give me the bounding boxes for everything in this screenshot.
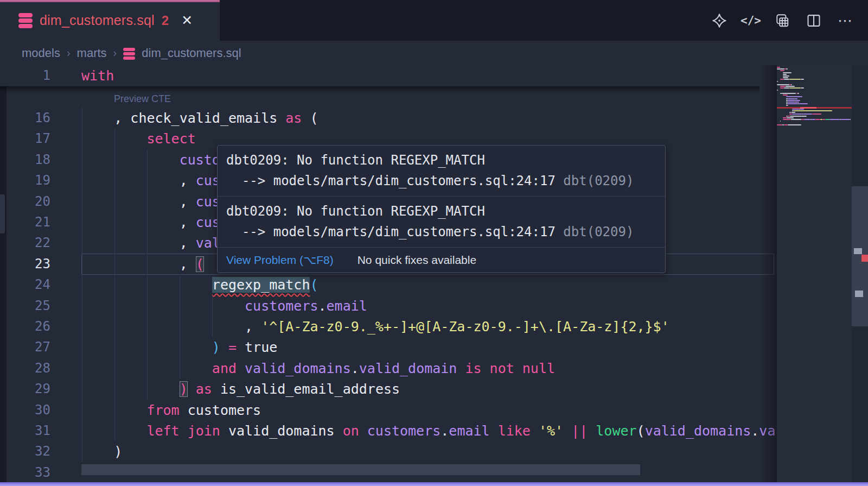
line-number[interactable]: 22 bbox=[0, 232, 81, 254]
horizontal-scrollbar-slider[interactable] bbox=[81, 464, 640, 475]
minimap-code-bar bbox=[830, 119, 840, 120]
minimap-code-bar bbox=[784, 124, 788, 125]
breadcrumb-marts[interactable]: marts bbox=[77, 46, 107, 60]
code-token: valid_domains bbox=[245, 361, 351, 376]
code-token: , bbox=[180, 256, 196, 272]
dbt-icon[interactable] bbox=[712, 13, 727, 28]
minimap-code-bar bbox=[777, 90, 778, 91]
minimap-code-bar bbox=[812, 119, 815, 120]
code-line-25[interactable]: customers.email bbox=[81, 295, 367, 317]
indent-guide bbox=[82, 420, 82, 441]
code-text: customers.email bbox=[81, 298, 367, 314]
minimap-code-bar bbox=[786, 86, 795, 87]
code-line-31[interactable]: left join valid_domains on customers.ema… bbox=[81, 420, 775, 441]
code-token bbox=[188, 381, 196, 397]
line-number[interactable]: 23 bbox=[0, 254, 81, 275]
line-number[interactable]: 24 bbox=[0, 274, 81, 295]
code-token: '^[A-Za-z0-9._%+-]+@[A-Za-z0-9.-]+\.[A-Z… bbox=[261, 319, 669, 334]
line-number[interactable]: 33 bbox=[0, 462, 81, 482]
indent-guide bbox=[82, 337, 82, 358]
code-line-30[interactable]: from customers bbox=[81, 400, 261, 421]
code-line-28[interactable]: and valid_domains.valid_domain is not nu… bbox=[81, 358, 555, 379]
code-token: on bbox=[343, 423, 367, 439]
line-number[interactable]: 25 bbox=[0, 295, 81, 317]
indent-guide bbox=[180, 358, 180, 379]
editor-actions: </> ⋯ bbox=[712, 0, 853, 41]
code-line-16[interactable]: , check_valid_emails as ( bbox=[81, 108, 318, 129]
more-actions-icon[interactable]: ⋯ bbox=[838, 13, 853, 28]
tooltip-footer: View Problem (⌥F8) No quick fixes availa… bbox=[218, 248, 665, 273]
minimap-code-bar bbox=[792, 109, 799, 110]
code-token: valid_domain bbox=[359, 361, 457, 376]
code-text: select bbox=[81, 131, 196, 147]
code-lens-preview-cte[interactable]: Preview CTE bbox=[114, 92, 171, 105]
minimap-code-bar bbox=[788, 102, 795, 103]
minimap[interactable] bbox=[777, 65, 852, 482]
problem-location: --> models/marts/dim_customers.sql:24:17… bbox=[226, 171, 656, 191]
line-number[interactable]: 29 bbox=[0, 378, 81, 400]
minimap-code-bar bbox=[786, 68, 788, 70]
indent-guide bbox=[82, 108, 82, 129]
code-text: ) as is_valid_email_address bbox=[81, 381, 400, 397]
indent-guide bbox=[147, 295, 148, 317]
line-number[interactable]: 16 bbox=[0, 108, 81, 129]
minimap-code-bar bbox=[783, 117, 787, 118]
line-number[interactable]: 19 bbox=[0, 170, 81, 191]
breadcrumb-file[interactable]: dim_customers.sql bbox=[142, 46, 241, 60]
code-line-17[interactable]: select bbox=[81, 128, 196, 149]
indent-guide bbox=[114, 337, 115, 358]
line-number[interactable]: 30 bbox=[0, 400, 81, 421]
code-token: valid_domains bbox=[228, 423, 343, 439]
line-number[interactable]: 26 bbox=[0, 316, 81, 337]
breadcrumb-models[interactable]: models bbox=[22, 46, 60, 60]
indent-guide bbox=[114, 274, 115, 295]
code-token: from bbox=[146, 402, 187, 418]
line-number[interactable]: 32 bbox=[0, 441, 81, 462]
code-token: || bbox=[563, 423, 596, 439]
indent-guide bbox=[82, 358, 82, 379]
code-text: regexp_match( bbox=[81, 277, 318, 293]
line-number[interactable]: 21 bbox=[0, 212, 81, 233]
code-token: ( bbox=[310, 277, 318, 293]
code-line-27[interactable]: ) = true bbox=[81, 337, 277, 358]
minimap-code-bar bbox=[787, 117, 794, 118]
code-line-29[interactable]: ) as is_valid_email_address bbox=[81, 378, 400, 400]
code-editor[interactable]: 161718192021222324252627282930313233 , c… bbox=[0, 65, 868, 482]
problem-source: dbt(0209) bbox=[563, 173, 634, 188]
minimap-code-bar bbox=[791, 84, 793, 85]
code-line-23[interactable]: , ( bbox=[81, 254, 204, 275]
code-line-32[interactable]: ) bbox=[81, 441, 122, 462]
minimap-code-bar bbox=[825, 119, 829, 120]
line-number[interactable]: 28 bbox=[0, 358, 81, 379]
line-number[interactable]: 17 bbox=[0, 128, 81, 149]
overview-ruler-error-mark bbox=[861, 255, 868, 262]
code-line-24[interactable]: regexp_match( bbox=[81, 274, 318, 295]
code-token: and bbox=[212, 361, 245, 376]
indent-guide bbox=[114, 149, 115, 171]
minimap-code-bar bbox=[783, 119, 790, 120]
minimap-code-bar bbox=[791, 119, 802, 120]
problem-location: --> models/marts/dim_customers.sql:24:17… bbox=[226, 222, 656, 242]
line-number[interactable]: 27 bbox=[0, 337, 81, 358]
line-number[interactable]: 31 bbox=[0, 420, 81, 441]
code-token: true bbox=[237, 339, 277, 355]
line-number[interactable]: 20 bbox=[0, 191, 81, 212]
preview-query-results-icon[interactable] bbox=[775, 13, 790, 28]
code-token: customers bbox=[245, 298, 318, 314]
view-problem-link[interactable]: View Problem (⌥F8) bbox=[226, 254, 334, 267]
compile-sql-icon[interactable]: </> bbox=[743, 13, 758, 28]
indent-guide bbox=[147, 149, 148, 171]
split-editor-icon[interactable] bbox=[806, 13, 821, 28]
minimap-code-bar bbox=[777, 124, 782, 125]
line-number[interactable]: 18 bbox=[0, 149, 81, 171]
code-token: customers bbox=[188, 402, 261, 418]
sticky-scroll-line[interactable]: 1 with bbox=[0, 65, 760, 86]
minimap-code-bar bbox=[801, 87, 804, 89]
code-token: ) bbox=[180, 381, 188, 397]
minimap-code-bar bbox=[784, 79, 789, 80]
indent-guide bbox=[147, 378, 148, 400]
close-icon[interactable]: ✕ bbox=[181, 12, 193, 28]
tab-dim-customers[interactable]: dim_customers.sql 2 ✕ bbox=[0, 0, 220, 41]
minimap-code-bar bbox=[788, 98, 795, 99]
code-line-26[interactable]: , '^[A-Za-z0-9._%+-]+@[A-Za-z0-9.-]+\.[A… bbox=[81, 316, 669, 337]
